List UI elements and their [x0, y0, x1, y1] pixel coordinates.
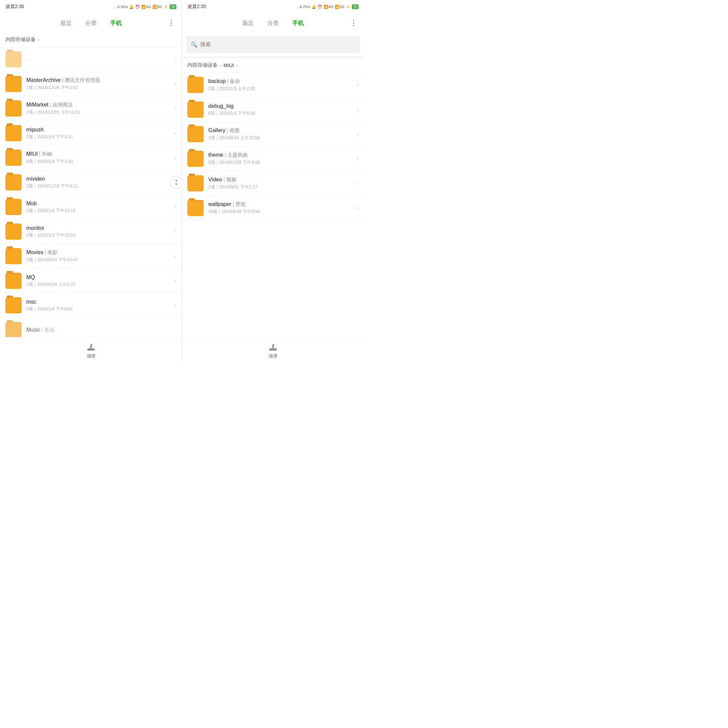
right-search-bar[interactable]: 🔍 — [186, 36, 360, 53]
right-bottom-bar: 清理 — [182, 337, 364, 364]
folder-icon-mimarket — [5, 101, 21, 116]
folder-info-partial: ... — [26, 56, 172, 63]
scroll-handle[interactable]: ▲ ▼ — [170, 176, 182, 188]
right-breadcrumb[interactable]: 内部存储设备 › MIUI › — [182, 58, 364, 73]
left-status-bar: 凌晨2:36 ...0.1K/s 🔔 ⏰ 📶4G 📶3G ⚡ 74 — [0, 0, 182, 14]
folder-icon-mq — [5, 273, 21, 289]
right-nav-bar: 最近 分类 手机 ⋮ — [182, 14, 364, 32]
folder-item-debuglog[interactable]: debug_log 6项｜2020/1/4 下午8:18 › — [182, 97, 364, 122]
folder-meta-backup: 2项｜2020/1/5 上午2:35 — [208, 86, 354, 92]
folder-chevron-miui: › — [174, 155, 176, 161]
folder-icon-mipush — [5, 125, 21, 141]
folder-meta-mipush: 2项｜2020/1/4 下午3:11 — [26, 134, 172, 140]
folder-info-video: Video|视频 2项｜2019/8/31 下午1:17 — [208, 177, 354, 190]
folder-name-wallpaper: wallpaper|壁纸 — [208, 201, 354, 208]
folder-meta-msc: 0项｜2020/1/4 下午8:01 — [26, 306, 172, 312]
folder-name-msc: msc — [26, 299, 172, 305]
folder-item-movies[interactable]: Movies|电影 1项｜2019/8/24 下午10:47 › — [0, 244, 182, 269]
left-more-button[interactable]: ⋮ — [168, 18, 175, 27]
folder-meta-mimarket: 1项｜2019/12/26 上午11:51 — [26, 109, 172, 115]
folder-item-gallery[interactable]: Gallery|相册 1项｜2019/8/24 上午12:56 › — [182, 122, 364, 147]
scroll-down-arrow: ▼ — [174, 183, 178, 186]
left-tab-category[interactable]: 分类 — [84, 17, 98, 30]
folder-icon-monitor — [5, 223, 21, 240]
folder-item-music[interactable]: Music|音乐 — [0, 318, 182, 337]
folder-info-gallery: Gallery|相册 1项｜2019/8/24 上午12:56 — [208, 127, 354, 141]
folder-item-miui[interactable]: MIUI|米柚 6项｜2020/1/4 下午3:34 › — [0, 145, 182, 170]
folder-info-mivideo: mivideo 2项｜2019/11/10 下午4:11 — [26, 176, 172, 189]
folder-item-mivideo[interactable]: mivideo 2项｜2019/11/10 下午4:11 › ▲ ▼ — [0, 170, 182, 195]
folder-icon-video — [187, 175, 203, 191]
left-status-time: 凌晨2:36 — [5, 4, 24, 10]
right-status-time: 凌晨2:35 — [187, 4, 206, 10]
right-clean-button[interactable]: 清理 — [268, 343, 278, 359]
folder-meta-miui: 6项｜2020/1/4 下午3:34 — [26, 158, 172, 164]
folder-info-mq: MQ 1项｜2019/8/24 上午2:21 — [26, 274, 172, 288]
left-tab-phone[interactable]: 手机 — [109, 17, 123, 30]
folder-name-monitor: monitor — [26, 225, 172, 231]
folder-meta-gallery: 1项｜2019/8/24 上午12:56 — [208, 135, 354, 141]
folder-meta-mq: 1项｜2019/8/24 上午2:21 — [26, 281, 172, 288]
folder-icon-miui — [5, 150, 21, 166]
folder-info-music: Music|音乐 — [26, 327, 176, 333]
folder-info-mipush: mipush 2项｜2020/1/4 下午3:11 — [26, 127, 172, 140]
folder-name-mipush: mipush — [26, 127, 172, 133]
folder-meta-masterarchive: 1项｜2019/12/28 下午2:01 — [26, 85, 172, 91]
folder-info-wallpaper: wallpaper|壁纸 16项｜2019/8/26 下午9:54 — [208, 201, 354, 215]
folder-icon-music — [5, 322, 21, 337]
svg-rect-5 — [272, 347, 274, 349]
left-panel: 凌晨2:36 ...0.1K/s 🔔 ⏰ 📶4G 📶3G ⚡ 74 最近 分类 … — [0, 0, 182, 364]
svg-rect-2 — [90, 347, 92, 349]
folder-name-backup: backup|备份 — [208, 78, 354, 85]
folder-icon-partial — [5, 51, 21, 67]
folder-name-partial: ... — [26, 56, 172, 62]
folder-icon-mivideo — [5, 174, 21, 190]
left-tab-recent[interactable]: 最近 — [59, 17, 73, 30]
folder-chevron-msc: › — [174, 302, 176, 308]
folder-chevron-monitor: › — [174, 228, 176, 235]
folder-chevron-mimarket: › — [174, 106, 176, 112]
folder-chevron-backup: › — [357, 82, 359, 88]
folder-chevron-video: › — [357, 180, 359, 187]
right-tab-category[interactable]: 分类 — [266, 17, 280, 30]
left-bottom-bar: 清理 — [0, 337, 182, 364]
folder-icon-gallery — [187, 126, 203, 142]
folder-item-msc[interactable]: msc 0项｜2020/1/4 下午8:01 › — [0, 293, 182, 318]
folder-info-msc: msc 0项｜2020/1/4 下午8:01 — [26, 299, 172, 312]
folder-item-theme[interactable]: theme|主题风格 0项｜2019/12/26 下午3:09 › — [182, 147, 364, 171]
left-clean-button[interactable]: 清理 — [86, 343, 96, 359]
folder-item-mq[interactable]: MQ 1项｜2019/8/24 上午2:21 › — [0, 269, 182, 293]
right-status-icons: ...6.7K/s 🔔 ⏰ 📶4G 📶3G ⚡ 75 — [297, 5, 359, 9]
folder-chevron-partial: › — [174, 56, 176, 62]
folder-item-mipush[interactable]: mipush 2项｜2020/1/4 下午3:11 › — [0, 121, 182, 145]
right-tab-recent[interactable]: 最近 — [241, 17, 255, 30]
folder-info-masterarchive: MasterArchive|腾讯文件管理器 1项｜2019/12/28 下午2:… — [26, 77, 172, 91]
folder-item-backup[interactable]: backup|备份 2项｜2020/1/5 上午2:35 › — [182, 73, 364, 97]
folder-icon-wallpaper — [187, 200, 203, 216]
folder-info-debuglog: debug_log 6项｜2020/1/4 下午8:18 — [208, 103, 354, 116]
right-more-button[interactable]: ⋮ — [350, 18, 357, 27]
folder-item-mimarket[interactable]: MiMarket|应用商店 1项｜2019/12/26 上午11:51 › — [0, 96, 182, 121]
folder-icon-masterarchive — [5, 76, 21, 92]
folder-item-masterarchive[interactable]: MasterArchive|腾讯文件管理器 1项｜2019/12/28 下午2:… — [0, 72, 182, 96]
right-tab-phone[interactable]: 手机 — [291, 17, 305, 30]
right-broom-icon — [268, 343, 278, 352]
folder-chevron-mq: › — [174, 278, 176, 284]
right-folder-list: backup|备份 2项｜2020/1/5 上午2:35 › debug_log… — [182, 73, 364, 337]
search-input[interactable] — [200, 41, 355, 47]
folder-info-theme: theme|主题风格 0项｜2019/12/26 下午3:09 — [208, 152, 354, 165]
folder-item-wallpaper[interactable]: wallpaper|壁纸 16项｜2019/8/26 下午9:54 › — [182, 196, 364, 220]
left-broom-icon — [86, 343, 96, 352]
folder-item-video[interactable]: Video|视频 2项｜2019/8/31 下午1:17 › — [182, 171, 364, 196]
folder-chevron-masterarchive: › — [174, 81, 176, 87]
folder-chevron-wallpaper: › — [357, 205, 359, 211]
folder-icon-debuglog — [187, 101, 203, 118]
folder-item-partial[interactable]: ... › — [0, 47, 182, 72]
folder-item-mob[interactable]: Mob 3项｜2020/1/4 下午10:18 › — [0, 195, 182, 219]
left-nav-bar: 最近 分类 手机 ⋮ — [0, 14, 182, 32]
folder-item-monitor[interactable]: monitor 0项｜2020/1/3 下午10:54 › — [0, 219, 182, 244]
scroll-up-arrow: ▲ — [174, 179, 178, 182]
folder-info-backup: backup|备份 2项｜2020/1/5 上午2:35 — [208, 78, 354, 92]
left-breadcrumb[interactable]: 内部存储设备 › — [0, 32, 182, 47]
folder-info-monitor: monitor 0项｜2020/1/3 下午10:54 — [26, 225, 172, 238]
